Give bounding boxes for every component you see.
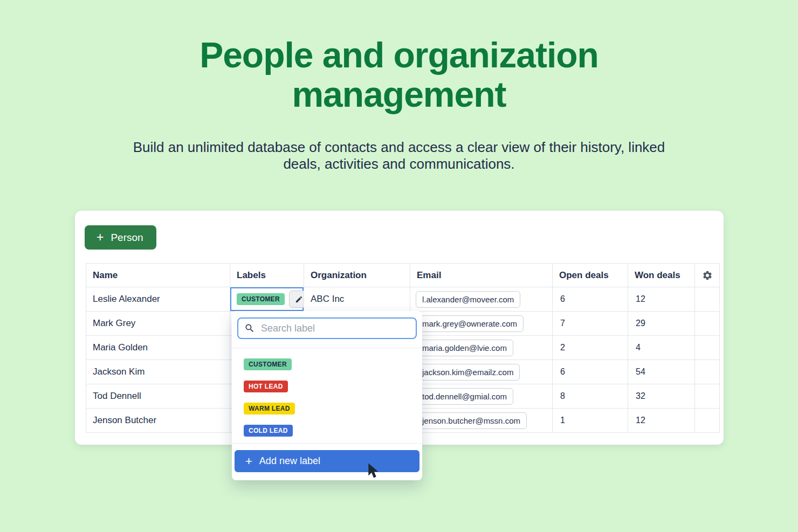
plus-icon: + (97, 231, 104, 244)
email-cell: tod.dennell@gmial.com (410, 384, 553, 409)
open-deals-cell: 6 (553, 360, 628, 384)
row-settings-cell (695, 360, 720, 384)
dropdown-divider-bottom (232, 443, 422, 444)
won-deals-cell: 12 (628, 287, 695, 312)
row-settings-cell (695, 336, 720, 360)
row-settings-cell (695, 312, 720, 336)
won-deals-cell: 29 (628, 312, 695, 336)
open-deals-cell: 8 (553, 384, 628, 409)
label-dropdown: CUSTOMERHOT LEADWARM LEADCOLD LEAD + Add… (232, 311, 422, 480)
label-badge: CUSTOMER (237, 293, 285, 305)
organization-cell: ABC Inc (304, 287, 410, 312)
email-input[interactable]: jackson.kim@emailz.com (416, 364, 520, 381)
page-subtitle: Build an unlimited database of contacts … (0, 139, 798, 172)
name-cell: Leslie Alexander (86, 287, 230, 312)
email-input[interactable]: mark.grey@ownerate.com (416, 315, 524, 332)
table-row: Leslie AlexanderCUSTOMERABC Incl.alexand… (86, 287, 720, 312)
edit-label-button[interactable] (289, 291, 304, 308)
won-deals-cell: 54 (628, 360, 695, 384)
name-cell: Maria Golden (86, 336, 230, 360)
dropdown-divider-top (232, 348, 422, 348)
labels-cell[interactable]: CUSTOMER (230, 287, 304, 312)
search-icon (244, 323, 255, 334)
gear-icon (702, 270, 713, 281)
label-option[interactable]: CUSTOMER (244, 358, 292, 370)
email-cell: jackson.kim@emailz.com (410, 360, 553, 384)
label-option[interactable]: COLD LEAD (244, 425, 293, 437)
column-header-won-deals[interactable]: Won deals (628, 264, 695, 287)
column-header-name[interactable]: Name (86, 264, 230, 287)
label-options-list: CUSTOMERHOT LEADWARM LEADCOLD LEAD (244, 358, 295, 437)
open-deals-cell: 2 (553, 336, 628, 360)
row-settings-cell (695, 384, 720, 409)
email-cell: l.alexander@moveer.com (410, 287, 553, 312)
email-cell: maria.golden@lvie.com (410, 336, 553, 360)
column-header-organization[interactable]: Organization (304, 264, 410, 287)
add-new-label-button[interactable]: + Add new label (235, 450, 419, 472)
page-subtitle-line2: deals, activities and communications. (0, 156, 798, 172)
won-deals-cell: 32 (628, 384, 695, 409)
email-input[interactable]: maria.golden@lvie.com (416, 340, 513, 356)
table-header-row: Name Labels Organization Email Open deal… (86, 264, 720, 287)
name-cell: Jenson Butcher (86, 409, 230, 433)
add-person-label: Person (111, 232, 143, 244)
label-option[interactable]: HOT LEAD (244, 381, 288, 392)
pencil-icon (295, 295, 303, 303)
page: People and organization management Build… (0, 0, 798, 532)
mouse-cursor-icon (364, 462, 379, 479)
row-settings-cell (695, 409, 720, 433)
won-deals-cell: 4 (628, 336, 695, 360)
column-header-open-deals[interactable]: Open deals (553, 264, 628, 287)
open-deals-cell: 6 (553, 287, 628, 312)
name-cell: Mark Grey (86, 312, 230, 336)
page-title-line2: management (0, 75, 798, 114)
page-subtitle-line1: Build an unlimited database of contacts … (0, 139, 798, 156)
email-input[interactable]: jenson.butcher@mssn.com (416, 412, 527, 429)
column-header-email[interactable]: Email (410, 264, 553, 287)
label-search-input[interactable] (260, 322, 410, 335)
open-deals-cell: 1 (553, 409, 628, 433)
label-option[interactable]: WARM LEAD (244, 403, 295, 414)
add-person-button[interactable]: + Person (85, 225, 156, 250)
won-deals-cell: 12 (628, 409, 695, 433)
label-search-box[interactable] (237, 317, 417, 339)
page-title-line1: People and organization (0, 36, 798, 75)
email-cell: mark.grey@ownerate.com (410, 312, 553, 336)
row-settings-cell (695, 287, 720, 312)
open-deals-cell: 7 (553, 312, 628, 336)
table-settings-button[interactable] (695, 264, 720, 287)
page-title: People and organization management (0, 36, 798, 114)
name-cell: Jackson Kim (86, 360, 230, 384)
email-cell: jenson.butcher@mssn.com (410, 409, 553, 433)
email-input[interactable]: l.alexander@moveer.com (416, 291, 520, 308)
plus-icon: + (245, 455, 252, 467)
email-input[interactable]: tod.dennell@gmial.com (416, 388, 513, 405)
name-cell: Tod Dennell (86, 384, 230, 409)
column-header-labels[interactable]: Labels (230, 264, 304, 287)
add-new-label-text: Add new label (259, 455, 320, 467)
